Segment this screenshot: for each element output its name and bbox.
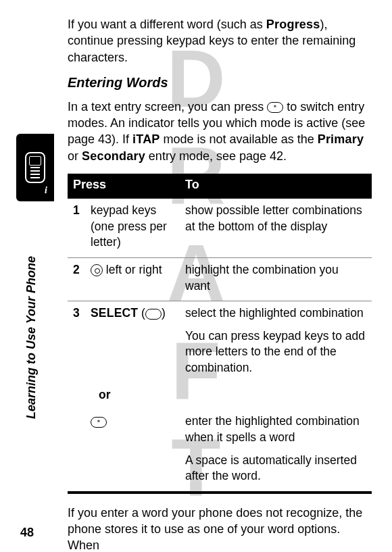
table-row: 3 SELECT () select the highlighted combi… [68,301,372,383]
to-line: select the highlighted combination [185,305,366,322]
phone-icon [25,152,45,183]
info-icon: i [39,184,53,197]
intro-pre: If you want a different word (such as [68,18,266,31]
col-header-to: To [180,174,372,197]
outro-paragraph: If you enter a word your phone does not … [68,505,372,552]
table-row: ＊ enter the highlighted combination when… [68,409,372,493]
to-line: You can press keypad keys to add more le… [185,328,366,376]
step-number: 1 [68,197,85,257]
secondary-label: Secondary [82,149,145,163]
intro-paragraph: If you want a different word (such as Pr… [68,16,372,66]
press-cell: SELECT () [85,301,180,383]
table-row: 1 keypad keys (one press per letter) sho… [68,197,372,257]
chapter-side-label: Learning to Use Your Phone [24,256,39,419]
to-cell: select the highlighted combination You c… [180,301,372,383]
press-cell: left or right [85,257,180,301]
intro-word: Progress [266,18,320,31]
press-cell: keypad keys (one press per letter) [85,197,180,257]
star-key-icon: ＊ [91,417,107,428]
mode-p5: entry mode, see page 42. [145,149,287,163]
or-label: or [85,383,180,410]
section-heading: Entering Words [68,75,372,91]
page-number: 48 [20,526,34,540]
to-cell: highlight the combination you want [180,257,372,301]
mode-paragraph: In a text entry screen, you can press ＊ … [68,99,372,164]
mode-p3: mode is not available as the [160,132,318,146]
itap-label: iTAP [132,132,160,146]
to-cell: enter the highlighted combination when i… [180,409,372,493]
to-cell: show possible letter combinations at the… [180,197,372,257]
step-number: 2 [68,257,85,301]
page-content: i Learning to Use Your Phone 48 If you w… [0,0,392,552]
col-header-press: Press [68,174,180,197]
star-key-icon: ＊ [267,102,283,113]
step-number: 3 [68,301,85,383]
to-line: enter the highlighted combination when i… [185,413,366,445]
nav-key-icon [91,264,103,276]
press-suffix: left or right [103,263,162,276]
primary-label: Primary [318,132,364,146]
table-row: 2 left or right highlight the combinatio… [68,257,372,301]
softkey-icon [145,309,162,320]
table-row: or [68,383,372,410]
mode-p4: or [68,149,82,163]
press-cell: ＊ [85,409,180,493]
to-line: A space is automatically inserted after … [185,453,366,484]
instruction-table: Press To 1 keypad keys (one press per le… [68,174,372,494]
mode-p1: In a text entry screen, you can press [68,100,267,114]
select-label: SELECT [91,306,138,320]
